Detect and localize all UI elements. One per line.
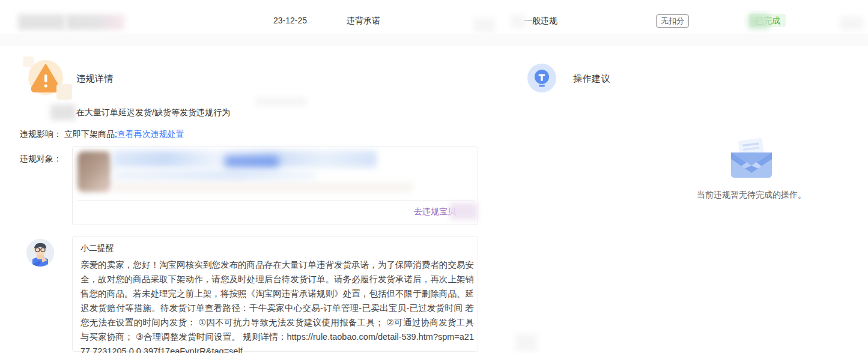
reminder-title: 小二提醒 bbox=[80, 243, 114, 254]
reminder-body: 亲爱的卖家，您好！淘宝网核实到您发布的商品存在大量订单违背发货承诺，为了保障消费… bbox=[80, 258, 474, 353]
suggestion-empty-state: 当前违规暂无待完成的操作。 bbox=[637, 138, 866, 201]
row-card-divider bbox=[0, 34, 868, 46]
redacted-blur bbox=[840, 17, 864, 30]
impact-text: 立即下架商品; bbox=[64, 129, 117, 139]
go-to-violating-item-link[interactable]: 去违规宝贝 bbox=[414, 207, 456, 217]
redacted-product-thumbnail bbox=[77, 151, 111, 192]
redacted-blur bbox=[66, 14, 125, 30]
redacted-product-subtitle bbox=[112, 170, 317, 181]
redacted-status-tag bbox=[225, 156, 279, 167]
violation-behavior-text: 在大量订单延迟发货/缺货等发货违规行为 bbox=[76, 107, 230, 118]
points-badge: 无扣分 bbox=[656, 14, 689, 28]
redacted-product-meta bbox=[112, 183, 413, 192]
detail-panel-title: 违规详情 bbox=[76, 73, 114, 85]
violation-object-card: 去违规宝贝 bbox=[72, 146, 478, 225]
card-separator bbox=[77, 201, 474, 201]
warning-icon bbox=[25, 58, 66, 98]
empty-state-text: 当前违规暂无待完成的操作。 bbox=[637, 190, 866, 201]
view-repeat-violation-link[interactable]: 查看再次违规处置 bbox=[117, 129, 184, 139]
status-badge: 已完成 bbox=[750, 14, 786, 27]
impact-label: 违规影响： bbox=[20, 129, 62, 139]
redacted-blur bbox=[473, 18, 495, 32]
object-label: 违规对象： bbox=[20, 154, 62, 164]
assistant-avatar bbox=[26, 239, 54, 267]
redacted-blur bbox=[18, 14, 65, 30]
violation-impact-line: 违规影响： 立即下架商品;查看再次违规处置 bbox=[20, 129, 184, 140]
record-violation-type: 违背承诺 bbox=[347, 16, 380, 26]
record-date: 23-12-25 bbox=[273, 16, 307, 25]
record-violation-level: 一般违规 bbox=[524, 16, 557, 26]
redacted-blur bbox=[515, 334, 537, 352]
envelope-icon bbox=[729, 138, 774, 179]
redacted-blur bbox=[50, 104, 76, 120]
assistant-reminder-card: 小二提醒 亲爱的卖家，您好！淘宝网核实到您发布的商品存在大量订单违背发货承诺，为… bbox=[72, 236, 478, 352]
violation-detail-page: 23-12-25 违背承诺 一般违规 无扣分 已完成 违规详情 在大量订单延迟发… bbox=[0, 0, 868, 353]
suggestion-panel-title: 操作建议 bbox=[573, 73, 610, 85]
redacted-blur bbox=[255, 97, 306, 106]
lightbulb-icon bbox=[526, 63, 557, 94]
